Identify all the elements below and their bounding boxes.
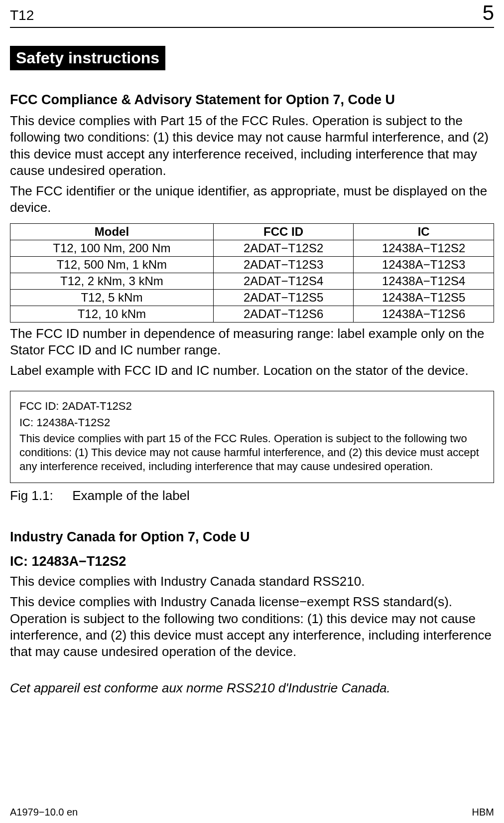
cell-ic: 12438A−T12S5 bbox=[354, 289, 494, 306]
page-header: T12 5 bbox=[10, 0, 494, 28]
header-model: T12 bbox=[10, 7, 34, 23]
table-row: T12, 2 kNm, 3 kNm 2ADAT−T12S4 12438A−T12… bbox=[10, 273, 494, 289]
cell-fccid: 2ADAT−T12S6 bbox=[213, 306, 354, 322]
cell-model: T12, 2 kNm, 3 kNm bbox=[10, 273, 214, 289]
table-row: T12, 5 kNm 2ADAT−T12S5 12438A−T12S5 bbox=[10, 289, 494, 306]
fcc-para-1: This device complies with Part 15 of the… bbox=[10, 113, 494, 179]
cell-model: T12, 100 Nm, 200 Nm bbox=[10, 240, 214, 256]
table-row: T12, 10 kNm 2ADAT−T12S6 12438A−T12S6 bbox=[10, 306, 494, 322]
label-fcc-id: FCC ID: 2ADAT-T12S2 bbox=[19, 399, 485, 413]
fcc-id-table: Model FCC ID IC T12, 100 Nm, 200 Nm 2ADA… bbox=[10, 223, 494, 323]
footer-brand: HBM bbox=[472, 807, 494, 818]
footer-doc-id: A1979−10.0 en bbox=[10, 807, 78, 818]
table-row: T12, 500 Nm, 1 kNm 2ADAT−T12S3 12438A−T1… bbox=[10, 256, 494, 273]
cell-fccid: 2ADAT−T12S5 bbox=[213, 289, 354, 306]
figure-number: Fig 1.1: bbox=[10, 488, 69, 503]
cell-fccid: 2ADAT−T12S2 bbox=[213, 240, 354, 256]
fcc-compliance-title: FCC Compliance & Advisory Statement for … bbox=[10, 92, 494, 108]
safety-instructions-banner: Safety instructions bbox=[10, 46, 165, 70]
table-header-row: Model FCC ID IC bbox=[10, 223, 494, 240]
th-ic: IC bbox=[354, 223, 494, 240]
cell-model: T12, 10 kNm bbox=[10, 306, 214, 322]
th-model: Model bbox=[10, 223, 214, 240]
page-footer: A1979−10.0 en HBM bbox=[10, 807, 494, 818]
cell-ic: 12438A−T12S4 bbox=[354, 273, 494, 289]
cell-ic: 12438A−T12S3 bbox=[354, 256, 494, 273]
ic-heading: IC: 12483A−T12S2 bbox=[10, 554, 494, 569]
label-compliance-text: This device complies with part 15 of the… bbox=[19, 432, 485, 474]
figure-caption: Fig 1.1: Example of the label bbox=[10, 488, 494, 503]
th-fcc-id: FCC ID bbox=[213, 223, 354, 240]
cell-model: T12, 5 kNm bbox=[10, 289, 214, 306]
cell-ic: 12438A−T12S6 bbox=[354, 306, 494, 322]
after-table-para-1: The FCC ID number in dependence of measu… bbox=[10, 326, 494, 359]
label-ic: IC: 12438A-T12S2 bbox=[19, 416, 485, 430]
cell-ic: 12438A−T12S2 bbox=[354, 240, 494, 256]
ic-para-2: This device complies with Industry Canad… bbox=[10, 594, 494, 660]
fcc-para-2: The FCC identifier or the unique identif… bbox=[10, 183, 494, 216]
label-example-box: FCC ID: 2ADAT-T12S2 IC: 12438A-T12S2 Thi… bbox=[10, 391, 494, 483]
figure-text: Example of the label bbox=[72, 488, 190, 503]
ic-para-1: This device complies with Industry Canad… bbox=[10, 573, 494, 590]
industry-canada-title: Industry Canada for Option 7, Code U bbox=[10, 529, 494, 545]
cell-model: T12, 500 Nm, 1 kNm bbox=[10, 256, 214, 273]
ic-french-para: Cet appareil est conforme aux norme RSS2… bbox=[10, 680, 494, 696]
cell-fccid: 2ADAT−T12S3 bbox=[213, 256, 354, 273]
page-number: 5 bbox=[483, 1, 494, 25]
cell-fccid: 2ADAT−T12S4 bbox=[213, 273, 354, 289]
after-table-para-2: Label example with FCC ID and IC number.… bbox=[10, 362, 494, 379]
table-row: T12, 100 Nm, 200 Nm 2ADAT−T12S2 12438A−T… bbox=[10, 240, 494, 256]
